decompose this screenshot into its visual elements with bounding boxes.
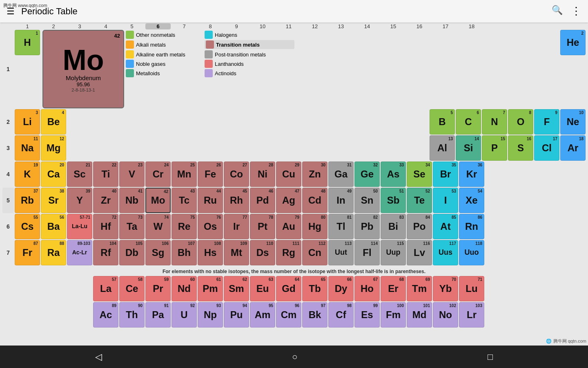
- element-Hf[interactable]: 72 Hf: [93, 214, 118, 239]
- element-Cm[interactable]: 96 Cm: [276, 302, 301, 328]
- element-Ac-Lr[interactable]: 89-103 Ac-Lr: [67, 240, 92, 265]
- element-B[interactable]: 5 B: [430, 109, 455, 135]
- element-He[interactable]: 2 He: [560, 30, 586, 55]
- element-Ds[interactable]: 110 Ds: [250, 240, 275, 265]
- home-button[interactable]: ○: [292, 352, 297, 362]
- element-Uus[interactable]: 117 Uus: [433, 240, 458, 265]
- element-Al[interactable]: 13 Al: [430, 135, 455, 161]
- element-Mo-detail[interactable]: 42 Mo Molybdenum 95.96 2-8-18-13-1: [42, 30, 124, 108]
- element-Nb[interactable]: 41 Nb: [119, 188, 145, 213]
- element-La-Lu[interactable]: 57-71 La-Lu: [67, 214, 92, 239]
- element-Tb[interactable]: 65 Tb: [302, 276, 327, 301]
- element-Cn[interactable]: 112 Cn: [302, 240, 327, 265]
- element-Mn[interactable]: 25 Mn: [172, 162, 197, 187]
- element-Ca[interactable]: 20 Ca: [41, 162, 66, 187]
- element-Fl[interactable]: 114 Fl: [354, 240, 380, 265]
- element-Re[interactable]: 75 Re: [172, 214, 197, 239]
- element-Mg[interactable]: 12 Mg: [41, 135, 66, 161]
- element-Sc[interactable]: 21 Sc: [67, 162, 92, 187]
- element-Es[interactable]: 99 Es: [354, 302, 380, 328]
- element-Zr[interactable]: 40 Zr: [93, 188, 118, 213]
- element-Sg[interactable]: 106 Sg: [145, 240, 171, 265]
- element-Pu[interactable]: 94 Pu: [224, 302, 249, 328]
- element-N[interactable]: 7 N: [482, 109, 507, 135]
- element-Pd[interactable]: 46 Pd: [250, 188, 275, 213]
- element-Be[interactable]: 4 Be: [41, 109, 66, 135]
- element-C[interactable]: 6 C: [456, 109, 481, 135]
- back-button[interactable]: ◁: [95, 352, 102, 362]
- element-Fm[interactable]: 100 Fm: [381, 302, 406, 328]
- element-Th[interactable]: 90 Th: [119, 302, 145, 328]
- element-Na[interactable]: 11 Na: [15, 135, 40, 161]
- element-Sr[interactable]: 38 Sr: [41, 188, 66, 213]
- element-Cd[interactable]: 48 Cd: [302, 188, 327, 213]
- element-Kr[interactable]: 36 Kr: [459, 162, 484, 187]
- element-Rh[interactable]: 45 Rh: [224, 188, 249, 213]
- element-Ir[interactable]: 77 Ir: [224, 214, 249, 239]
- element-Np[interactable]: 93 Np: [198, 302, 223, 328]
- element-Am[interactable]: 95 Am: [250, 302, 275, 328]
- element-K[interactable]: 19 K: [15, 162, 40, 187]
- element-La[interactable]: 57 La: [93, 276, 118, 301]
- element-Ce[interactable]: 58 Ce: [119, 276, 145, 301]
- element-Ge[interactable]: 32 Ge: [354, 162, 380, 187]
- element-Xe[interactable]: 54 Xe: [459, 188, 484, 213]
- element-Pr[interactable]: 59 Pr: [145, 276, 171, 301]
- element-Bi[interactable]: 83 Bi: [381, 214, 406, 239]
- element-Uut[interactable]: 113 Uut: [328, 240, 354, 265]
- element-Rb[interactable]: 37 Rb: [15, 188, 40, 213]
- element-As[interactable]: 33 As: [381, 162, 406, 187]
- element-Mt[interactable]: 109 Mt: [224, 240, 249, 265]
- element-Lr[interactable]: 103 Lr: [459, 302, 484, 328]
- element-Os[interactable]: 76 Os: [198, 214, 223, 239]
- element-Cu[interactable]: 29 Cu: [276, 162, 301, 187]
- element-Ho[interactable]: 67 Ho: [354, 276, 380, 301]
- element-Dy[interactable]: 66 Dy: [328, 276, 354, 301]
- element-Y[interactable]: 39 Y: [67, 188, 92, 213]
- element-Zn[interactable]: 30 Zn: [302, 162, 327, 187]
- element-Se[interactable]: 34 Se: [407, 162, 432, 187]
- element-Hs[interactable]: 108 Hs: [198, 240, 223, 265]
- element-Po[interactable]: 84 Po: [407, 214, 432, 239]
- element-Pa[interactable]: 91 Pa: [145, 302, 171, 328]
- element-Ta[interactable]: 73 Ta: [119, 214, 145, 239]
- element-Tm[interactable]: 69 Tm: [407, 276, 432, 301]
- element-Ni[interactable]: 28 Ni: [250, 162, 275, 187]
- element-Bk[interactable]: 97 Bk: [302, 302, 327, 328]
- element-Ar[interactable]: 18 Ar: [560, 135, 586, 161]
- element-Ra[interactable]: 88 Ra: [41, 240, 66, 265]
- element-Gd[interactable]: 64 Gd: [276, 276, 301, 301]
- element-Fr[interactable]: 87 Fr: [15, 240, 40, 265]
- search-icon[interactable]: 🔍: [552, 5, 563, 18]
- element-Uuo[interactable]: 118 Uuo: [459, 240, 484, 265]
- element-Er[interactable]: 68 Er: [381, 276, 406, 301]
- more-icon[interactable]: ⋮: [571, 5, 581, 18]
- element-In[interactable]: 49 In: [328, 188, 354, 213]
- element-Br[interactable]: 35 Br: [433, 162, 458, 187]
- element-Ga[interactable]: 31 Ga: [328, 162, 354, 187]
- element-Sb[interactable]: 51 Sb: [381, 188, 406, 213]
- element-Sn[interactable]: 50 Sn: [354, 188, 380, 213]
- element-W[interactable]: 74 W: [145, 214, 171, 239]
- element-Ru[interactable]: 44 Ru: [198, 188, 223, 213]
- element-Yb[interactable]: 70 Yb: [433, 276, 458, 301]
- element-O[interactable]: 8 O: [508, 109, 533, 135]
- element-Uup[interactable]: 115 Uup: [381, 240, 406, 265]
- element-I[interactable]: 53 I: [433, 188, 458, 213]
- element-Au[interactable]: 79 Au: [276, 214, 301, 239]
- element-Db[interactable]: 105 Db: [119, 240, 145, 265]
- element-Eu[interactable]: 63 Eu: [250, 276, 275, 301]
- element-At[interactable]: 85 At: [433, 214, 458, 239]
- element-Md[interactable]: 101 Md: [407, 302, 432, 328]
- element-Lv[interactable]: 116 Lv: [407, 240, 432, 265]
- recent-button[interactable]: □: [488, 352, 493, 362]
- element-Co[interactable]: 27 Co: [224, 162, 249, 187]
- element-F[interactable]: 9 F: [534, 109, 559, 135]
- element-S[interactable]: 16 S: [508, 135, 533, 161]
- element-Ti[interactable]: 22 Ti: [93, 162, 118, 187]
- element-Mo-row[interactable]: 42 Mo: [145, 188, 171, 213]
- element-Sm[interactable]: 62 Sm: [224, 276, 249, 301]
- element-Pm[interactable]: 61 Pm: [198, 276, 223, 301]
- element-Bh[interactable]: 107 Bh: [172, 240, 197, 265]
- element-Ag[interactable]: 47 Ag: [276, 188, 301, 213]
